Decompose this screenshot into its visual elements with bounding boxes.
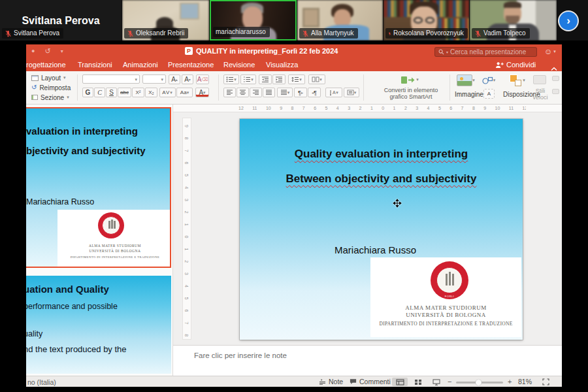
participant-tile-alla[interactable]: Alla Martynyuk <box>297 0 383 41</box>
share-button[interactable]: Condividi <box>495 61 536 69</box>
shape-outline-button[interactable] <box>550 88 561 95</box>
notes-toggle-button[interactable]: Note <box>319 378 343 385</box>
text-direction-ltr-button[interactable]: ¶▸ <box>294 88 307 97</box>
disposizione-button[interactable]: ▾ <box>508 73 527 88</box>
bullets-button[interactable]: ▾ <box>223 74 239 84</box>
align-text-button[interactable]: ▾ <box>344 88 359 97</box>
unibo-logo-box[interactable]: FORLÌ ALMA MATER STUDIORUM UNIVERSITÀ DI… <box>370 257 521 337</box>
zoom-slider-knob[interactable] <box>476 380 482 385</box>
quick-styles-button[interactable] <box>532 74 547 86</box>
notes-pane[interactable]: Fare clic per inserire le note <box>173 345 562 376</box>
zoom-out-button[interactable]: − <box>448 378 451 385</box>
shape-fill-button[interactable] <box>550 74 561 82</box>
smartart-icon <box>400 74 416 86</box>
text-orientation-button[interactable]: A▾ <box>325 88 342 97</box>
columns-button[interactable]: ▾ <box>308 74 325 84</box>
shrink-font-button[interactable]: A▾ <box>182 74 193 84</box>
search-dropdown-icon: ▾ <box>446 50 448 54</box>
insert-picture-button[interactable]: ▾ <box>455 74 477 87</box>
character-spacing-button[interactable]: AV▾ <box>159 88 176 97</box>
zoom-in-button[interactable]: + <box>508 378 512 385</box>
italic-button[interactable]: C <box>94 88 105 97</box>
change-case-button[interactable]: Aa▾ <box>176 88 193 97</box>
tab-presentazione[interactable]: Presentazione <box>168 61 214 69</box>
indent-icon <box>275 76 283 82</box>
document-title: P QUALITY in interpreting_Forlì 22 feb 2… <box>185 47 338 55</box>
justify-button[interactable] <box>263 88 275 97</box>
numbering-button[interactable]: ▾ <box>240 74 256 84</box>
clear-formatting-button[interactable]: A⌫ <box>196 74 209 84</box>
participant-tile-roksolana[interactable]: Roksolana Povoroznyuk <box>384 0 469 41</box>
slide-canvas[interactable]: Quality evaluation in interpreting Betwe… <box>240 119 523 340</box>
participant-tile-svitlana[interactable]: Svitlana Perova Svitlana Perova <box>0 0 122 41</box>
font-name-combo[interactable] <box>82 74 140 84</box>
sezione-button[interactable]: Sezione▾ <box>31 93 69 102</box>
align-center-button[interactable] <box>237 88 249 97</box>
tab-visualizza[interactable]: Visualizza <box>266 61 298 69</box>
tab-revisione[interactable]: Revisione <box>223 61 255 69</box>
language-indicator[interactable]: no (Italia) <box>27 378 56 386</box>
horizontal-ruler: 12 11 10 9 8 7 6 5 4 3 2 1 0 1 2 3 4 5 6… <box>173 105 562 112</box>
quick-styles-icon <box>533 75 546 84</box>
save-icon[interactable]: ● <box>31 47 35 56</box>
slide-thumbnail-1-selected[interactable]: valuation in interpreting bjectivity and… <box>26 107 171 268</box>
align-left-button[interactable] <box>223 88 236 97</box>
slideshow-icon <box>433 379 440 385</box>
slide-thumbnail-2[interactable]: uation and Quality performance and possi… <box>26 276 171 374</box>
feedback-smiley-button[interactable]: ☺▾ <box>544 47 556 56</box>
subscript-button[interactable]: X₂ <box>145 88 157 97</box>
logo-line3: DIPARTIMENTO DI INTERPRETAZIONE E TRADUZ… <box>370 321 521 327</box>
paragraph-rtl-icon: ¶ <box>314 90 317 96</box>
slideshow-view-button[interactable] <box>429 378 444 386</box>
strikethrough-button[interactable]: abc <box>118 88 131 97</box>
reimposta-button[interactable]: ↺ Reimposta <box>31 83 71 92</box>
participant-name: Svitlana Perova <box>14 29 59 37</box>
smartart-button[interactable]: ▾ <box>400 73 419 86</box>
seal-text: FORLÌ <box>431 295 468 298</box>
ruler-numbers: 9 8 7 6 5 4 3 2 1 0 1 2 3 4 5 6 7 8 9 <box>184 125 189 340</box>
unibo-seal-small <box>98 212 124 238</box>
underline-button[interactable]: S <box>106 88 117 97</box>
font-size-combo[interactable] <box>142 74 166 84</box>
fit-slide-button[interactable] <box>540 378 551 386</box>
participant-tile-vadim[interactable]: Vadim Tolpeco <box>470 0 557 41</box>
tab-transizioni[interactable]: Transizioni <box>78 61 112 69</box>
font-color-button[interactable]: A▾ <box>195 88 209 97</box>
search-input[interactable]: ▾ Cerca nella presentazione <box>434 47 537 57</box>
text-direction-rtl-button[interactable]: ◂¶ <box>308 88 321 97</box>
slide-author[interactable]: Mariachiara Russo <box>335 244 416 255</box>
zoom-level[interactable]: 81% <box>518 378 532 385</box>
thumb2-line1: uation and Quality <box>26 284 109 295</box>
tab-progettazione[interactable]: rogettazione <box>26 61 66 69</box>
slide-title-line2[interactable]: Between objectivity and subjectivity <box>240 172 523 186</box>
distribute-button[interactable]: ▾ <box>277 88 293 97</box>
grow-font-button[interactable]: A▴ <box>169 74 180 84</box>
next-participants-button[interactable]: › <box>559 12 578 30</box>
decrease-indent-button[interactable] <box>259 74 272 84</box>
slide-title-line1[interactable]: Quality evaluation in interpreting <box>240 148 523 161</box>
columns-icon <box>312 76 319 82</box>
insert-shapes-button[interactable]: ▾ <box>480 74 498 87</box>
increase-indent-button[interactable] <box>272 74 286 84</box>
align-right-button[interactable] <box>250 88 262 97</box>
zoom-slider[interactable] <box>456 382 503 384</box>
dropdown-icon[interactable]: ▾ <box>61 47 63 56</box>
participant-tile-mariachiara-active-speaker[interactable]: mariachiararusso <box>210 0 297 41</box>
chevron-up-icon <box>551 67 557 71</box>
ribbon-tabs: rogettazione Transizioni Animazioni Pres… <box>26 59 562 71</box>
undo-icon[interactable]: ↺ <box>44 47 50 56</box>
comments-toggle-button[interactable]: Commenti <box>350 378 391 385</box>
bold-button[interactable]: G <box>82 88 93 97</box>
participant-tile-oleksandr[interactable]: Oleksandr Rebrii <box>122 0 209 41</box>
participant-name: Alla Martynyuk <box>311 29 354 37</box>
tab-animazioni[interactable]: Animazioni <box>123 61 158 69</box>
superscript-button[interactable]: X² <box>132 88 144 97</box>
comment-icon <box>350 378 357 385</box>
layout-button[interactable]: Layout▾ <box>31 73 66 82</box>
outline-icon <box>552 89 559 94</box>
line-spacing-button[interactable]: ▾ <box>288 74 305 84</box>
normal-view-button[interactable] <box>392 378 408 386</box>
thumb2-line2: performance and possible <box>26 302 118 311</box>
slide-sorter-view-button[interactable] <box>410 378 426 386</box>
insert-textbox-button[interactable]: A <box>483 89 495 99</box>
